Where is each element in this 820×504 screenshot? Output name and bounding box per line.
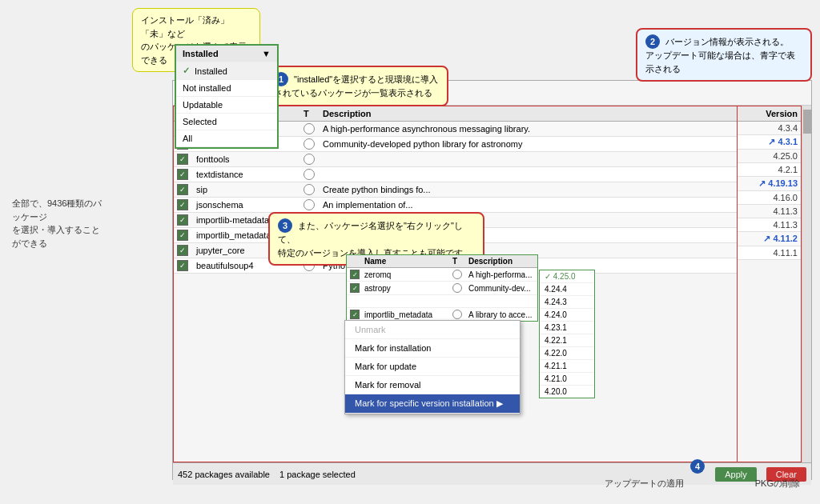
row-checkbox-5[interactable]: ✓ [177,199,188,210]
version-col-header: Version [738,106,801,122]
version-column: Version 4.3.4 ↗ 4.3.1 4.25.0 4.2.1 ↗ 4.1… [738,106,802,462]
row-desc-5: An implementation of... [323,200,734,210]
row-type-5 [303,199,315,210]
row-name-3: textdistance [196,170,300,179]
sub-checkbox-3[interactable]: ✓ [350,310,360,319]
dropdown-option-label-3: Updatable [183,100,223,110]
ver-row-7[interactable]: 4.21.0 [540,373,594,386]
dropdown-option-updatable[interactable]: Updatable [176,97,277,114]
annotation-left-text: 全部で、9436種類のパッケージ を選択・導入することができる [12,198,102,248]
scrollbar-thumb[interactable] [803,110,811,134]
packages-available: 452 packages available [178,470,270,479]
ver-row-3[interactable]: 4.23.1 [540,322,594,334]
clear-annotation: PKGの削除 [755,478,800,488]
dropdown-option-selected[interactable]: Selected [176,114,277,130]
sub-name-0: zeromq [364,270,452,279]
row-checkbox-6[interactable]: ✓ [177,214,188,226]
scrollbar[interactable] [802,106,811,462]
annotation-clear-label: PKGの削除 [755,478,800,490]
circle-4: 4 [690,459,705,474]
annotation-4-badge: 4 [690,459,708,474]
context-item-update[interactable]: Mark for update [345,358,520,376]
ver-row-5[interactable]: 4.22.0 [540,347,594,360]
row-type-1 [303,138,315,150]
dropdown-option-label-2: Not installed [183,83,231,93]
dropdown-item-installed-header[interactable]: Installed ▼ [176,46,277,62]
table-row[interactable]: ✓ fonttools [174,152,737,167]
ver-row-2[interactable]: 4.24.0 [540,309,594,322]
context-item-removal[interactable]: Mark for removal [345,376,520,394]
context-unmark-label: Unmark [355,325,386,334]
dropdown-option-all[interactable]: All [176,130,277,147]
ver-row-selected[interactable]: ✓ 4.25.0 [540,270,594,283]
row-checkbox-8[interactable]: ✓ [177,245,188,256]
ver-row-8[interactable]: 4.20.0 [540,386,594,398]
apply-button[interactable]: Apply [715,467,757,482]
row-type-4 [303,184,315,195]
row-type-0 [303,123,315,134]
context-item-install[interactable]: Mark for installation [345,339,520,358]
dropdown-option-notinstalled[interactable]: Not installed [176,80,277,97]
row-desc-4: Create python bindings fo... [323,185,734,194]
dropdown-option-label-1: Installed [195,66,227,76]
context-specific-label: Mark for specific version installation ▶ [355,398,503,409]
dropdown-list: Installed ▼ ✓ Installed Not installed Up… [175,44,279,149]
row-checkbox-2[interactable]: ✓ [177,154,188,165]
context-update-label: Mark for update [355,362,416,371]
annotation-1: 1 "installed"を選択すると現環境に導入 されているパッケージが一覧表… [264,66,448,106]
row-name-2: fonttools [196,154,300,164]
context-item-specific-version[interactable]: Mark for specific version installation ▶ [345,394,520,414]
sub-col-type: T [452,257,468,266]
version-row-3: 4.2.1 [738,163,801,177]
sub-checkbox-1[interactable]: ✓ [350,283,360,293]
status-bar: 452 packages available 1 package selecte… [173,462,811,485]
sub-type-1 [452,283,462,293]
ver-row-6[interactable]: 4.21.1 [540,360,594,373]
circle-2: 2 [645,34,660,49]
sub-checkbox-0[interactable]: ✓ [350,270,360,279]
version-row-2: 4.25.0 [738,150,801,163]
version-row-0: 4.3.4 [738,122,801,135]
annotation-2-text: バージョン情報が表示される。 アップデート可能な場合は、青字で表示される [645,37,795,74]
ver-row-4[interactable]: 4.22.1 [540,334,594,347]
table-row[interactable]: ✓ sip Create python bindings fo... [174,182,737,198]
sub-type-3 [452,310,462,319]
annotation-1-text: "installed"を選択すると現環境に導入 されているパッケージが一覧表示さ… [274,74,438,98]
dropdown-header-label: Installed [183,49,219,58]
ver-row-1[interactable]: 4.24.3 [540,296,594,309]
subpanel-row-0[interactable]: ✓ zeromq A high-performa... [347,268,537,282]
ver-row-0[interactable]: 4.24.4 [540,283,594,296]
row-checkbox-4[interactable]: ✓ [177,184,188,195]
row-checkbox-7[interactable]: ✓ [177,230,188,241]
row-checkbox-9[interactable]: ✓ [177,260,188,271]
subpanel-row-1[interactable]: ✓ astropy Community-dev... [347,282,537,295]
version-val-8: 4.11.2 [773,234,798,243]
version-row-9: 4.11.1 [738,246,801,260]
sub-name-3: importlib_metadata [364,310,452,319]
subpanel-row-2 [347,295,537,308]
subpanel-header: Name T Description [347,255,537,268]
annotation-left: 全部で、9436種類のパッケージ を選択・導入することができる [4,192,112,254]
row-name-4: sip [196,185,300,194]
circle-3: 3 [278,218,292,233]
sub-type-0 [452,270,462,279]
version-list: ✓ 4.25.0 4.24.4 4.24.3 4.24.0 4.23.1 4.2… [539,270,595,398]
dropdown-option-label-5: All [183,134,192,143]
sub-desc-3: A library to acce... [468,310,534,319]
packages-selected: 1 package selected [279,470,356,479]
subpanel-row-3[interactable]: ✓ importlib_metadata A library to acce..… [347,308,537,321]
version-val-1: 4.3.1 [778,137,798,146]
version-subpanel: Name T Description ✓ zeromq A high-perfo… [346,254,538,322]
table-row[interactable]: ✓ textdistance [174,167,737,182]
context-item-unmark[interactable]: Unmark [345,321,520,339]
col-header-desc: Description [323,109,734,118]
row-desc-0: A high-performance asynchronous messagin… [323,124,734,134]
dropdown-option-installed[interactable]: ✓ Installed [176,62,277,80]
check-icon: ✓ [183,66,190,76]
sub-col-check [350,257,364,266]
sub-col-desc: Description [468,257,534,266]
sub-desc-0: A high-performa... [468,270,534,279]
main-container: インストール「済み」「未」など のパッケージを選んで表示できる 全部で、9436… [0,0,820,504]
row-checkbox-3[interactable]: ✓ [177,169,188,180]
table-row[interactable]: ✓ jsonschema An implementation of... [174,198,737,213]
